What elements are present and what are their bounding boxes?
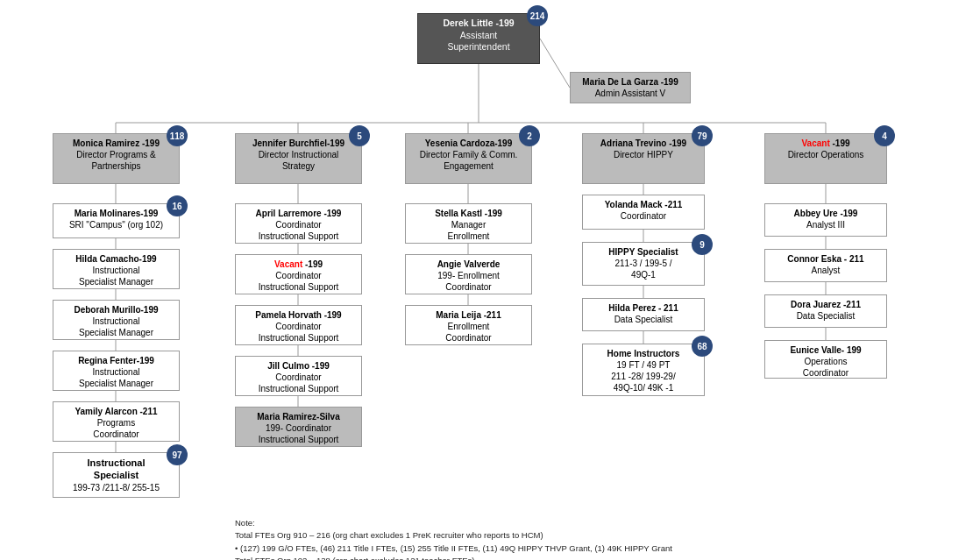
deborah-murillo-node: Deborah Murillo-199 Instructional Specia…	[53, 300, 180, 340]
camacho-title2: Specialist Manager	[59, 276, 174, 287]
larremore-title2: Instructional Support	[241, 230, 356, 242]
hippy-title1: 211-3 / 199-5 /	[588, 258, 699, 269]
adriana-badge: 79	[692, 125, 713, 146]
org-chart: Derek Little -199 Assistant Superintende…	[0, 0, 980, 18]
derek-little-node: Derek Little -199 Assistant Superintende…	[417, 13, 540, 64]
hippy-name: HIPPY Specialist	[588, 246, 699, 258]
mack-title1: Coordinator	[588, 210, 699, 222]
derek-name: Derek Little -199	[423, 18, 534, 30]
derek-badge: 214	[527, 5, 548, 26]
murillo-title1: Instructional	[59, 315, 174, 327]
dora-juarez-node: Dora Juarez -211 Data Specialist	[764, 294, 887, 328]
vacant-director-node: Vacant -199 Director Operations 4	[764, 133, 887, 184]
hilda-camacho-node: Hilda Camacho-199 Instructional Speciali…	[53, 249, 180, 289]
adriana-name: Adriana Trevino -199	[588, 138, 699, 149]
leija-title1: Enrollment	[411, 321, 526, 332]
home-instructors-node: Home Instructors 19 FT / 49 PT 211 -28/ …	[582, 344, 705, 396]
camacho-name: Hilda Camacho-199	[59, 253, 174, 265]
vacant-red-text: Vacant	[801, 138, 829, 148]
silva-title1: 199- Coordinator	[241, 422, 356, 434]
home-title2: 211 -28/ 199-29/	[588, 371, 699, 382]
ure-name: Abbey Ure -199	[771, 208, 881, 219]
hippy-title2: 49Q-1	[588, 269, 699, 280]
connor-eska-node: Connor Eska - 211 Analyst	[764, 249, 887, 282]
silva-name: Maria Ramirez-Silva	[241, 411, 356, 422]
eunice-valle-node: Eunice Valle- 199 Operations Coordinator	[764, 340, 887, 379]
juarez-name: Dora Juarez -211	[771, 299, 881, 310]
specialist-name: Instructional	[59, 457, 174, 469]
hippy-specialist-node: HIPPY Specialist 211-3 / 199-5 / 49Q-1 9	[582, 242, 705, 286]
valle-title2: Coordinator	[771, 367, 881, 379]
monica-name: Monica Ramirez -199	[59, 138, 174, 149]
vacant-coord-name: Vacant -199	[241, 259, 356, 270]
instructional-specialist-node: Instructional Specialist 199-73 /211-8/ …	[53, 452, 180, 498]
perez-name: Hilda Perez - 211	[588, 302, 699, 314]
larremore-title1: Coordinator	[241, 219, 356, 230]
culmo-title1: Coordinator	[241, 372, 356, 383]
yesenia-name: Yesenia Cardoza-199	[411, 138, 526, 149]
yesenia-node: Yesenia Cardoza-199 Director Family & Co…	[405, 133, 532, 184]
note-section: Note: Total FTEs Org 910 – 216 (org char…	[235, 517, 954, 560]
fenter-title2: Specialist Manager	[59, 378, 174, 389]
adriana-title1: Director HIPPY	[588, 149, 699, 160]
derek-title1: Assistant	[423, 30, 534, 42]
jennifer-title2: Strategy	[241, 160, 356, 172]
jennifer-title1: Director Instructional	[241, 149, 356, 160]
vacant-coord-node: Vacant -199 Coordinator Instructional Su…	[235, 254, 362, 294]
horvath-name: Pamela Horvath -199	[241, 309, 356, 321]
valle-title1: Operations	[771, 356, 881, 367]
home-badge: 68	[692, 336, 713, 357]
mack-name: Yolanda Mack -211	[588, 199, 699, 210]
fenter-name: Regina Fenter-199	[59, 355, 174, 366]
murillo-name: Deborah Murillo-199	[59, 304, 174, 315]
murillo-title2: Specialist Manager	[59, 327, 174, 338]
note-label: Note:	[235, 517, 954, 529]
home-name: Home Instructors	[588, 348, 699, 359]
horvath-title1: Coordinator	[241, 321, 356, 332]
note-line-0: Total FTEs Org 910 – 216 (org chart excl…	[235, 529, 954, 542]
larremore-name: April Larremore -199	[241, 208, 356, 219]
monica-title1: Director Programs &	[59, 149, 174, 160]
svg-line-0	[540, 39, 570, 88]
specialist-badge: 97	[167, 444, 188, 465]
vacant-coord-suffix: -199	[305, 259, 323, 269]
maria-leija-node: Maria Leija -211 Enrollment Coordinator	[405, 305, 532, 345]
kastl-name: Stella Kastl -199	[411, 208, 526, 219]
monica-badge: 118	[167, 125, 188, 146]
derek-title2: Superintendent	[423, 41, 534, 53]
molinares-badge: 16	[167, 195, 188, 216]
kastl-title2: Enrollment	[411, 230, 526, 242]
specialist-title2: 199-73 /211-8/ 255-15	[59, 482, 174, 493]
jennifer-node: Jennifer Burchfiel-199 Director Instruct…	[235, 133, 362, 184]
fenter-title1: Instructional	[59, 366, 174, 378]
eska-name: Connor Eska - 211	[771, 253, 881, 265]
yesenia-title2: Engagement	[411, 160, 526, 172]
jennifer-name: Jennifer Burchfiel-199	[241, 138, 356, 149]
alarcon-title2: Coordinator	[59, 429, 174, 440]
stella-kastl-node: Stella Kastl -199 Manager Enrollment	[405, 203, 532, 244]
home-title1: 19 FT / 49 PT	[588, 359, 699, 371]
note-line-2: Total FTEs Org 102 – 138 (org chart excl…	[235, 555, 954, 560]
garza-title: Admin Assistant V	[576, 88, 685, 99]
home-title3: 49Q-10/ 49K -1	[588, 382, 699, 393]
valle-name: Eunice Valle- 199	[771, 344, 881, 356]
garza-name: Maria De La Garza -199	[576, 76, 685, 88]
alarcon-title1: Programs	[59, 417, 174, 429]
alarcon-name: Yamily Alarcon -211	[59, 406, 174, 417]
juarez-title1: Data Specialist	[771, 310, 881, 322]
regina-fenter-node: Regina Fenter-199 Instructional Speciali…	[53, 351, 180, 391]
april-larremore-node: April Larremore -199 Coordinator Instruc…	[235, 203, 362, 244]
culmo-title2: Instructional Support	[241, 383, 356, 394]
hippy-badge: 9	[692, 234, 713, 255]
silva-title2: Instructional Support	[241, 434, 356, 445]
vacant-suffix: -199	[833, 138, 850, 148]
ure-title1: Analyst III	[771, 219, 881, 230]
molinares-name: Maria Molinares-199	[59, 208, 174, 219]
leija-name: Maria Leija -211	[411, 309, 526, 321]
molinares-title1: SRI "Campus" (org 102)	[59, 219, 174, 230]
perez-title1: Data Specialist	[588, 314, 699, 325]
vacant-coord-title1: Coordinator	[241, 270, 356, 281]
jennifer-badge: 5	[349, 125, 370, 146]
yamily-alarcon-node: Yamily Alarcon -211 Programs Coordinator	[53, 401, 180, 442]
yesenia-badge: 2	[519, 125, 540, 146]
